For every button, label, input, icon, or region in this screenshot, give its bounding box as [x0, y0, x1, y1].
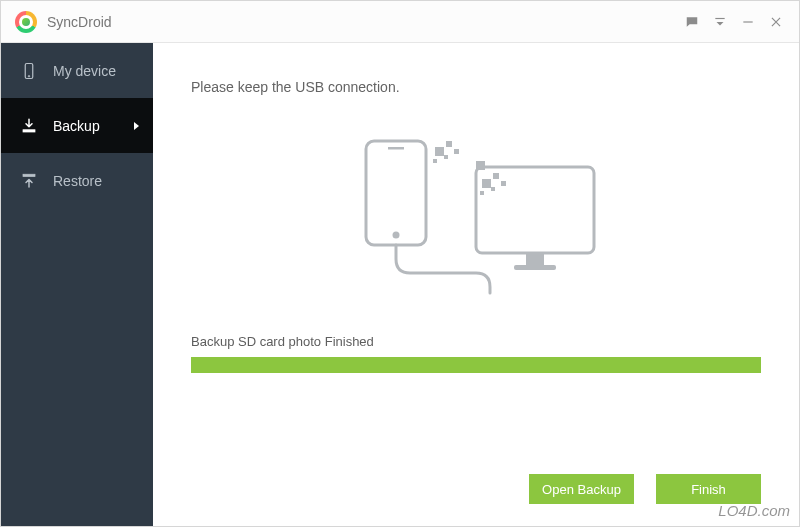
app-title: SyncDroid — [47, 14, 112, 30]
phone-icon — [19, 61, 39, 81]
svg-point-8 — [393, 231, 400, 238]
menu-dropdown-button[interactable] — [707, 9, 733, 35]
minimize-button[interactable] — [735, 9, 761, 35]
svg-rect-18 — [476, 161, 485, 170]
feedback-button[interactable] — [679, 9, 705, 35]
action-bar: Open Backup Finish — [529, 474, 761, 504]
chevron-right-icon — [134, 122, 139, 130]
svg-rect-14 — [446, 141, 452, 147]
sidebar-item-restore[interactable]: Restore — [1, 153, 153, 208]
svg-rect-22 — [491, 187, 495, 191]
sidebar: My device Backup Restore — [1, 43, 153, 526]
svg-rect-12 — [514, 265, 556, 270]
svg-rect-2 — [743, 21, 752, 22]
svg-rect-13 — [435, 147, 444, 156]
sidebar-item-label: Restore — [53, 173, 102, 189]
titlebar: SyncDroid — [1, 1, 799, 43]
open-backup-button[interactable]: Open Backup — [529, 474, 634, 504]
sidebar-item-label: Backup — [53, 118, 100, 134]
status-text: Backup SD card photo Finished — [191, 334, 761, 349]
svg-rect-23 — [480, 191, 484, 195]
sidebar-item-label: My device — [53, 63, 116, 79]
app-window: SyncDroid My device — [0, 0, 800, 527]
app-logo-icon — [15, 11, 37, 33]
svg-rect-0 — [715, 17, 724, 18]
svg-marker-1 — [717, 22, 724, 26]
close-button[interactable] — [763, 9, 789, 35]
svg-rect-21 — [501, 181, 506, 186]
instruction-text: Please keep the USB connection. — [191, 79, 761, 95]
backup-illustration — [191, 115, 761, 310]
svg-point-4 — [28, 75, 30, 77]
upload-icon — [19, 171, 39, 191]
svg-rect-10 — [476, 167, 594, 253]
svg-rect-9 — [388, 147, 404, 150]
sidebar-item-backup[interactable]: Backup — [1, 98, 153, 153]
svg-rect-19 — [482, 179, 491, 188]
svg-rect-17 — [433, 159, 437, 163]
sidebar-item-my-device[interactable]: My device — [1, 43, 153, 98]
main-content: Please keep the USB connection. — [153, 43, 799, 526]
download-icon — [19, 116, 39, 136]
svg-rect-5 — [23, 129, 35, 131]
finish-button[interactable]: Finish — [656, 474, 761, 504]
progress-bar — [191, 357, 761, 373]
svg-rect-16 — [444, 155, 448, 159]
svg-rect-20 — [493, 173, 499, 179]
svg-rect-15 — [454, 149, 459, 154]
body: My device Backup Restore Please keep the… — [1, 43, 799, 526]
svg-rect-7 — [366, 141, 426, 245]
svg-rect-6 — [23, 174, 35, 176]
svg-rect-11 — [526, 253, 544, 265]
